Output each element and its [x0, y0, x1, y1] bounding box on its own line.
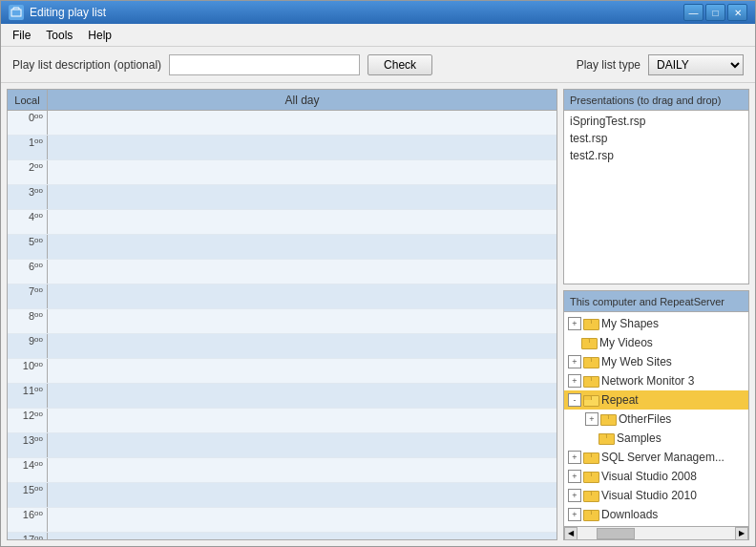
- expand-icon[interactable]: +: [568, 374, 581, 388]
- time-row[interactable]: 5oo: [8, 235, 556, 260]
- time-slot[interactable]: [48, 136, 556, 159]
- menu-tools[interactable]: Tools: [38, 27, 80, 44]
- time-row[interactable]: 15oo: [8, 483, 556, 508]
- scroll-left-button[interactable]: ◀: [564, 527, 578, 540]
- tree-item[interactable]: -Repeat: [564, 390, 748, 410]
- tree-item-label: Downloads: [601, 508, 658, 521]
- time-slot[interactable]: [48, 508, 556, 532]
- tree-item[interactable]: +OtherFiles: [564, 410, 748, 429]
- scroll-thumb[interactable]: [597, 528, 635, 539]
- scroll-right-button[interactable]: ▶: [735, 527, 748, 540]
- presentation-item[interactable]: test.rsp: [564, 130, 748, 147]
- folder-icon: [583, 489, 598, 502]
- tree-item[interactable]: +Visual Studio 2008: [564, 467, 748, 486]
- time-row[interactable]: 12oo: [8, 409, 556, 433]
- tree-item[interactable]: Samples: [564, 429, 748, 448]
- folder-icon: [581, 336, 597, 349]
- time-label: 17oo: [8, 533, 48, 539]
- tree-item[interactable]: +My Web Sites: [564, 352, 748, 371]
- time-slot[interactable]: [48, 111, 556, 135]
- close-button[interactable]: ✕: [727, 4, 747, 21]
- calendar-panel: Local All day 0oo 1oo 2oo 3oo 4oo 5oo 6o…: [7, 89, 557, 540]
- collapse-icon[interactable]: -: [568, 393, 581, 407]
- time-row[interactable]: 7oo: [8, 284, 556, 309]
- presentation-item[interactable]: iSpringTest.rsp: [564, 113, 748, 130]
- scroll-track[interactable]: [578, 527, 735, 539]
- folder-icon: [583, 374, 598, 388]
- time-slot[interactable]: [48, 185, 556, 209]
- expand-icon[interactable]: +: [568, 470, 581, 483]
- time-label: 12oo: [8, 409, 48, 432]
- time-label: 9oo: [8, 334, 48, 358]
- tree-item[interactable]: My Videos: [564, 333, 748, 352]
- time-slot[interactable]: [48, 359, 556, 383]
- horizontal-scrollbar[interactable]: ◀ ▶: [564, 526, 748, 539]
- playlist-type-label: Play list type: [577, 58, 640, 72]
- tree-item-label: My Videos: [599, 336, 653, 349]
- time-row[interactable]: 13oo: [8, 433, 556, 458]
- time-slot[interactable]: [48, 284, 556, 308]
- time-slot[interactable]: [48, 309, 556, 333]
- expand-icon[interactable]: +: [568, 317, 581, 330]
- time-row[interactable]: 17oo: [8, 533, 556, 539]
- time-row[interactable]: 16oo: [8, 508, 556, 533]
- time-slot[interactable]: [48, 533, 556, 539]
- computer-panel: This computer and RepeatServer +My Shape…: [563, 290, 749, 540]
- time-slot[interactable]: [48, 409, 556, 432]
- time-row[interactable]: 6oo: [8, 260, 556, 284]
- time-row[interactable]: 8oo: [8, 309, 556, 334]
- time-label: 5oo: [8, 235, 48, 259]
- playlist-description-input[interactable]: [169, 54, 360, 75]
- check-button[interactable]: Check: [368, 54, 432, 75]
- time-slot[interactable]: [48, 433, 556, 457]
- time-row[interactable]: 11oo: [8, 384, 556, 409]
- menu-file[interactable]: File: [5, 27, 38, 44]
- tree-item[interactable]: +Network Monitor 3: [564, 371, 748, 390]
- time-slot[interactable]: [48, 260, 556, 284]
- presentation-item[interactable]: test2.rsp: [564, 147, 748, 164]
- expand-icon[interactable]: +: [568, 451, 581, 464]
- main-content: Local All day 0oo 1oo 2oo 3oo 4oo 5oo 6o…: [1, 83, 755, 546]
- window-controls: — □ ✕: [683, 4, 747, 21]
- folder-icon: [583, 508, 598, 521]
- time-row[interactable]: 1oo: [8, 136, 556, 160]
- minimize-button[interactable]: —: [683, 4, 704, 21]
- maximize-button[interactable]: □: [705, 4, 725, 21]
- time-slot[interactable]: [48, 160, 556, 184]
- expand-icon[interactable]: +: [568, 508, 581, 521]
- calendar-local-header: Local: [8, 90, 48, 110]
- expand-icon[interactable]: +: [568, 489, 581, 502]
- time-row[interactable]: 4oo: [8, 210, 556, 235]
- time-row[interactable]: 2oo: [8, 160, 556, 185]
- svg-rect-0: [11, 10, 21, 16]
- menu-help[interactable]: Help: [80, 27, 119, 44]
- tree-item[interactable]: +Visual Studio 2010: [564, 486, 748, 505]
- time-slot[interactable]: [48, 235, 556, 259]
- time-label: 6oo: [8, 260, 48, 284]
- presentations-list[interactable]: iSpringTest.rsptest.rsptest2.rsp: [564, 111, 748, 284]
- expand-icon[interactable]: +: [568, 355, 581, 368]
- tree-item[interactable]: +My Shapes: [564, 314, 748, 333]
- time-slot[interactable]: [48, 483, 556, 507]
- tree-item-label: Visual Studio 2008: [601, 470, 697, 483]
- calendar-body[interactable]: 0oo 1oo 2oo 3oo 4oo 5oo 6oo 7oo 8oo 9oo …: [8, 111, 556, 539]
- time-slot[interactable]: [48, 384, 556, 408]
- time-row[interactable]: 14oo: [8, 458, 556, 483]
- time-slot[interactable]: [48, 458, 556, 482]
- app-icon: [9, 5, 24, 20]
- time-slot[interactable]: [48, 210, 556, 234]
- computer-tree[interactable]: +My ShapesMy Videos+My Web Sites+Network…: [564, 312, 748, 526]
- time-row[interactable]: 9oo: [8, 334, 556, 359]
- tree-item[interactable]: +Downloads: [564, 505, 748, 524]
- playlist-type-select[interactable]: DAILY WEEKLY MONTHLY: [648, 54, 744, 75]
- main-window: Editing play list — □ ✕ File Tools Help …: [0, 0, 756, 547]
- time-slot[interactable]: [48, 334, 556, 358]
- folder-icon: [583, 317, 598, 330]
- presentations-header: Presentations (to drag and drop): [564, 90, 748, 111]
- time-row[interactable]: 0oo: [8, 111, 556, 136]
- expand-icon[interactable]: +: [585, 412, 598, 426]
- folder-icon: [600, 412, 616, 426]
- time-row[interactable]: 3oo: [8, 185, 556, 210]
- tree-item[interactable]: +SQL Server Managem...: [564, 448, 748, 467]
- time-row[interactable]: 10oo: [8, 359, 556, 384]
